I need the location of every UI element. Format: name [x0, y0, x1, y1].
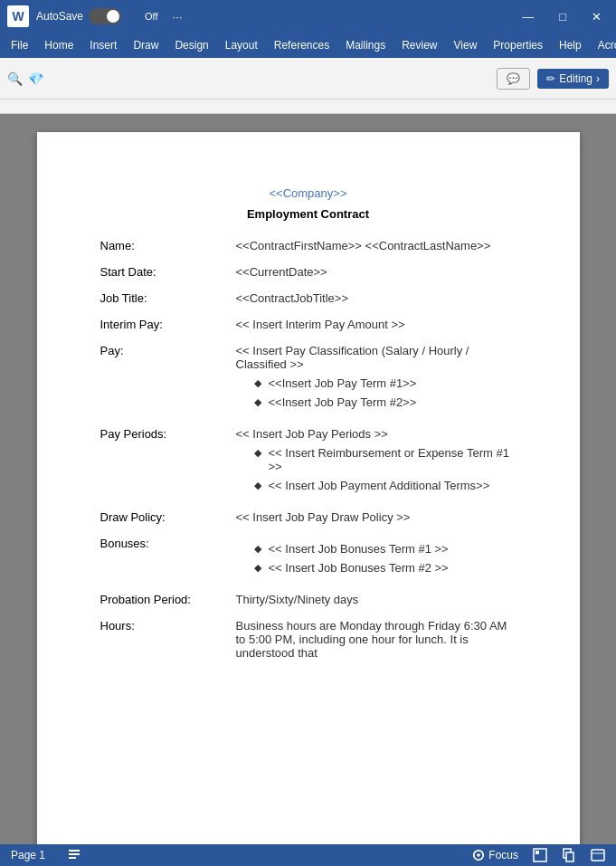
bullet-diamond-icon: ◆	[254, 480, 261, 491]
menu-insert[interactable]: Insert	[82, 36, 124, 54]
page-view-icon[interactable]	[562, 848, 576, 862]
ribbon-toolbar: 🔍 💎 💬 ✏ Editing ›	[0, 58, 616, 100]
document-area[interactable]: <<Company>> Employment Contract Name: <<…	[0, 114, 616, 844]
pay-periods-field: Pay Periods: << Insert Job Pay Periods >…	[100, 427, 516, 498]
job-title-value: <<ContractJobTitle>>	[236, 291, 516, 305]
payment-additional-terms: << Insert Job Payment Additional Terms>>	[269, 479, 516, 492]
svg-rect-6	[535, 851, 539, 854]
minimize-button[interactable]: —	[515, 8, 541, 25]
pencil-icon: ✏	[546, 72, 555, 85]
interim-pay-field: Interim Pay: << Insert Interim Pay Amoun…	[100, 318, 516, 331]
start-date-value: <<CurrentDate>>	[236, 265, 516, 279]
web-view-icon[interactable]	[591, 848, 605, 862]
document-title: Employment Contract	[100, 207, 516, 221]
bullet-diamond-icon: ◆	[254, 396, 261, 408]
pay-term-2: <<Insert Job Pay Term #2>>	[269, 395, 516, 409]
bullet-diamond-icon: ◆	[254, 377, 261, 389]
bonuses-value-container: ◆ << Insert Job Bonuses Term #1 >> ◆ << …	[236, 537, 516, 580]
focus-label[interactable]: Focus	[472, 849, 518, 861]
list-item: ◆ << Insert Reimbursement or Expense Ter…	[254, 446, 516, 473]
job-title-label: Job Title:	[100, 291, 236, 305]
editing-label: Editing	[559, 72, 592, 85]
menu-properties[interactable]: Properties	[486, 36, 550, 54]
pay-field: Pay: << Insert Pay Classification (Salar…	[100, 344, 516, 414]
pay-label: Pay:	[100, 344, 236, 414]
editing-button[interactable]: ✏ Editing ›	[537, 69, 609, 89]
bonuses-label: Bonuses:	[100, 537, 236, 580]
hours-label: Hours:	[100, 619, 236, 660]
probation-period-label: Probation Period:	[100, 593, 236, 606]
chat-icon: 💬	[507, 72, 520, 85]
bullet-diamond-icon: ◆	[254, 543, 261, 555]
interim-pay-label: Interim Pay:	[100, 318, 236, 331]
ribbon-right: 💬 ✏ Editing ›	[497, 68, 609, 90]
hours-value: Business hours are Monday through Friday…	[236, 619, 516, 660]
title-bar: W AutoSave Off ··· — □ ✕	[0, 0, 616, 33]
toggle-off-label: Off	[145, 11, 157, 22]
menu-review[interactable]: Review	[394, 36, 444, 54]
bonuses-bullets: ◆ << Insert Job Bonuses Term #1 >> ◆ << …	[236, 542, 516, 575]
company-field: <<Company>>	[100, 186, 516, 200]
menu-file[interactable]: File	[4, 36, 35, 54]
menu-acrobat[interactable]: Acrobat	[591, 36, 616, 54]
menu-layout[interactable]: Layout	[218, 36, 265, 54]
layout-icon[interactable]	[533, 848, 547, 862]
menu-references[interactable]: References	[267, 36, 336, 54]
probation-period-value: Thirty/Sixty/Ninety days	[236, 593, 516, 606]
autosave-toggle[interactable]	[89, 8, 121, 24]
window-controls: — □ ✕	[515, 8, 609, 25]
chevron-right-icon: ›	[596, 72, 600, 85]
word-count-icon	[67, 848, 81, 862]
menu-design[interactable]: Design	[167, 36, 215, 54]
word-icon: W	[7, 5, 29, 27]
interim-pay-value: << Insert Interim Pay Amount >>	[236, 318, 516, 331]
svg-rect-2	[69, 857, 76, 859]
pay-periods-label: Pay Periods:	[100, 427, 236, 498]
svg-rect-1	[69, 853, 80, 855]
close-button[interactable]: ✕	[584, 8, 609, 25]
menu-help[interactable]: Help	[552, 36, 589, 54]
more-options-icon[interactable]: ···	[173, 10, 183, 24]
status-bar: Page 1 Focus	[0, 844, 616, 866]
list-item: ◆ <<Insert Job Pay Term #1>>	[254, 376, 516, 390]
chat-button[interactable]: 💬	[497, 68, 530, 90]
menu-draw[interactable]: Draw	[126, 36, 166, 54]
pay-classification: << Insert Pay Classification (Salary / H…	[236, 344, 469, 371]
bullet-diamond-icon: ◆	[254, 562, 261, 574]
ruler-inner	[127, 100, 489, 113]
bullet-diamond-icon: ◆	[254, 447, 261, 459]
svg-rect-8	[566, 852, 573, 861]
search-icon[interactable]: 🔍	[7, 71, 23, 86]
name-field: Name: <<ContractFirstName>> <<ContractLa…	[100, 239, 516, 252]
draw-policy-label: Draw Policy:	[100, 510, 236, 524]
draw-policy-value: << Insert Job Pay Draw Policy >>	[236, 510, 516, 524]
pay-bullets: ◆ <<Insert Job Pay Term #1>> ◆ <<Insert …	[236, 376, 516, 409]
start-date-field: Start Date: <<CurrentDate>>	[100, 265, 516, 279]
pay-periods-value-container: << Insert Job Pay Periods >> ◆ << Insert…	[236, 427, 516, 498]
svg-rect-0	[69, 850, 80, 852]
svg-rect-9	[592, 850, 604, 861]
svg-point-4	[478, 853, 481, 857]
list-item: ◆ << Insert Job Payment Additional Terms…	[254, 479, 516, 492]
menu-home[interactable]: Home	[37, 36, 81, 54]
autosave-group: AutoSave Off	[36, 8, 158, 24]
reimbursement-term: << Insert Reimbursement or Expense Term …	[269, 446, 516, 473]
draw-policy-field: Draw Policy: << Insert Job Pay Draw Poli…	[100, 510, 516, 524]
page-number: Page 1	[11, 849, 45, 861]
pay-periods-bullets: ◆ << Insert Reimbursement or Expense Ter…	[236, 446, 516, 492]
job-title-field: Job Title: <<ContractJobTitle>>	[100, 291, 516, 305]
bonuses-term-2: << Insert Job Bonuses Term #2 >>	[269, 561, 516, 575]
ruler	[0, 100, 616, 114]
probation-period-field: Probation Period: Thirty/Sixty/Ninety da…	[100, 593, 516, 606]
start-date-label: Start Date:	[100, 265, 236, 279]
name-label: Name:	[100, 239, 236, 252]
maximize-button[interactable]: □	[552, 8, 573, 25]
menu-mailings[interactable]: Mailings	[338, 36, 393, 54]
bonuses-field: Bonuses: ◆ << Insert Job Bonuses Term #1…	[100, 537, 516, 580]
diamond-icon[interactable]: 💎	[28, 71, 43, 86]
list-item: ◆ <<Insert Job Pay Term #2>>	[254, 395, 516, 409]
ribbon-menu-bar: File Home Insert Draw Design Layout Refe…	[0, 33, 616, 58]
pay-value-container: << Insert Pay Classification (Salary / H…	[236, 344, 516, 414]
pay-term-1: <<Insert Job Pay Term #1>>	[269, 376, 516, 390]
menu-view[interactable]: View	[447, 36, 485, 54]
